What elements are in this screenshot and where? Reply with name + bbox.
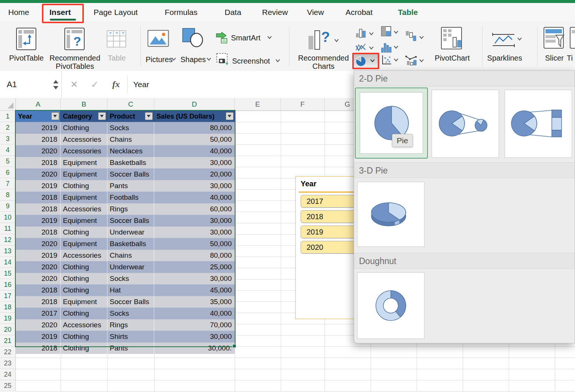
table-header-year[interactable]: Year xyxy=(16,111,61,122)
pivotchart-icon[interactable] xyxy=(441,27,463,52)
cell-product[interactable]: Chains xyxy=(107,134,154,145)
cell-year[interactable]: 2018 xyxy=(16,203,61,215)
column-header-d[interactable]: D xyxy=(154,98,235,110)
cell-sales[interactable]: 60,000 xyxy=(154,203,235,215)
cell-category[interactable]: Accessories xyxy=(61,250,107,261)
cell-sales[interactable]: 50,000 xyxy=(154,238,235,249)
bar-chart-chevron[interactable] xyxy=(394,31,398,34)
insert-combo-chart-icon[interactable] xyxy=(405,54,417,67)
row-header-17[interactable]: 17 xyxy=(0,290,15,301)
filter-dropdown-icon[interactable] xyxy=(51,112,59,120)
insert-statistic-chart-icon[interactable] xyxy=(381,42,392,55)
insert-line-chart-icon[interactable] xyxy=(356,43,366,54)
cell-category[interactable]: Clothing xyxy=(61,343,107,354)
slicer-button-2018[interactable]: 2018 xyxy=(301,210,362,223)
cell-year[interactable]: 2019 xyxy=(16,331,61,342)
insert-column-chart-icon[interactable] xyxy=(356,28,366,40)
column-header-e[interactable]: E xyxy=(235,98,281,110)
cell-sales[interactable]: 45,000 xyxy=(154,285,235,296)
cell-year[interactable]: 2020 xyxy=(16,146,61,157)
row-header-8[interactable]: 8 xyxy=(0,189,15,200)
cell-sales[interactable]: 70,000 xyxy=(154,319,235,331)
cell-year[interactable]: 2020 xyxy=(16,319,61,331)
row-header-13[interactable]: 13 xyxy=(0,245,15,257)
doughnut-option[interactable] xyxy=(357,272,425,339)
row-header-23[interactable]: 23 xyxy=(0,358,15,369)
slicer-button-2017[interactable]: 2017 xyxy=(301,195,362,208)
filter-dropdown-icon[interactable] xyxy=(98,112,106,120)
tab-table[interactable]: Table xyxy=(398,3,418,22)
cell-year[interactable]: 2020 xyxy=(16,261,61,273)
shapes-label[interactable]: Shapes xyxy=(180,55,205,64)
cell-product[interactable]: Basketballs xyxy=(107,157,154,168)
slicer-ribbon-icon[interactable] xyxy=(544,27,565,52)
row-header-11[interactable]: 11 xyxy=(0,223,15,234)
screenshot-label[interactable]: Screenshot xyxy=(232,57,274,65)
cell-sales[interactable]: 50,000 xyxy=(154,134,235,145)
column-header-a[interactable]: A xyxy=(16,98,61,110)
cell-sales[interactable]: 30,000. xyxy=(154,343,235,354)
pictures-label[interactable]: Pictures xyxy=(144,55,174,64)
cell-sales[interactable]: 25,000 xyxy=(154,261,235,273)
cell-product[interactable]: Underwear xyxy=(107,261,154,273)
cell-year[interactable]: 2018 xyxy=(16,157,61,168)
cell-category[interactable]: Equipment xyxy=(61,169,107,180)
sparklines-label[interactable]: Sparklines xyxy=(486,54,523,62)
row-header-22[interactable]: 22 xyxy=(0,346,15,358)
cell-category[interactable]: Accessories xyxy=(61,203,107,215)
row-header-19[interactable]: 19 xyxy=(0,313,15,324)
name-box-spinner-down[interactable] xyxy=(53,86,58,89)
tab-formulas[interactable]: Formulas xyxy=(165,3,198,22)
scatter-chart-chevron[interactable] xyxy=(394,58,398,62)
cell-product[interactable]: Shirts xyxy=(107,331,154,342)
cell-category[interactable]: Accessories xyxy=(61,319,107,331)
row-header-18[interactable]: 18 xyxy=(0,301,15,313)
sparklines-icon[interactable] xyxy=(492,31,515,50)
table-header-category[interactable]: Category xyxy=(61,111,107,122)
smartart-dropdown-chevron[interactable] xyxy=(267,36,272,39)
confirm-entry-icon[interactable]: ✓ xyxy=(91,71,98,98)
slicer-button-2020[interactable]: 2020 xyxy=(301,241,362,254)
cell-product[interactable]: Pants xyxy=(107,343,154,354)
cell-product[interactable]: Soccer Balls xyxy=(107,215,154,226)
cell-year[interactable]: 2019 xyxy=(16,180,61,192)
cell-product[interactable]: Chains xyxy=(107,250,154,261)
cell-product[interactable]: Socks xyxy=(107,122,154,134)
column-header-f[interactable]: F xyxy=(281,98,325,110)
cell-product[interactable]: Hat xyxy=(107,285,154,296)
row-header-16[interactable]: 16 xyxy=(0,279,15,290)
cell-year[interactable]: 2018 xyxy=(16,192,61,203)
recommended-charts-icon[interactable]: ? xyxy=(307,28,332,54)
cell-year[interactable]: 2020 xyxy=(16,169,61,180)
cell-product[interactable]: Footballs xyxy=(107,192,154,203)
cell-category[interactable]: Equipment xyxy=(61,238,107,249)
insert-function-icon[interactable]: fx xyxy=(112,71,120,98)
cell-product[interactable]: Pants xyxy=(107,180,154,192)
cell-sales[interactable]: 35,000 xyxy=(154,296,235,307)
tab-data[interactable]: Data xyxy=(225,3,241,22)
cell-sales[interactable]: 30,000 xyxy=(154,215,235,226)
row-header-9[interactable]: 9 xyxy=(0,200,15,212)
timeline-label-partial[interactable]: Ti xyxy=(567,54,575,62)
cell-sales[interactable]: 30,000 xyxy=(154,273,235,284)
timeline-icon-partial[interactable] xyxy=(570,27,575,52)
select-all-corner[interactable] xyxy=(0,98,16,110)
cell-category[interactable]: Clothing xyxy=(61,227,107,238)
table-header-product[interactable]: Product xyxy=(107,111,154,122)
sparklines-dropdown-chevron[interactable] xyxy=(517,37,522,41)
column-chart-chevron[interactable] xyxy=(369,32,374,36)
shapes-icon[interactable] xyxy=(182,28,204,49)
fill-handle[interactable] xyxy=(232,344,236,348)
cell-year[interactable]: 2018 xyxy=(16,285,61,296)
cell-year[interactable]: 2017 xyxy=(16,308,61,319)
cell-product[interactable]: Soccer Balls xyxy=(107,296,154,307)
tab-page-layout[interactable]: Page Layout xyxy=(94,3,138,22)
cell-product[interactable]: Basketballs xyxy=(107,238,154,249)
column-header-c[interactable]: C xyxy=(107,98,154,110)
cell-sales[interactable]: 80,000 xyxy=(154,250,235,261)
pivotchart-label[interactable]: PivotChart xyxy=(433,54,472,62)
cell-sales[interactable]: 40,000 xyxy=(154,192,235,203)
tab-review[interactable]: Review xyxy=(262,3,288,22)
waterfall-chart-chevron[interactable] xyxy=(419,36,424,39)
combo-chart-chevron[interactable] xyxy=(419,59,424,62)
